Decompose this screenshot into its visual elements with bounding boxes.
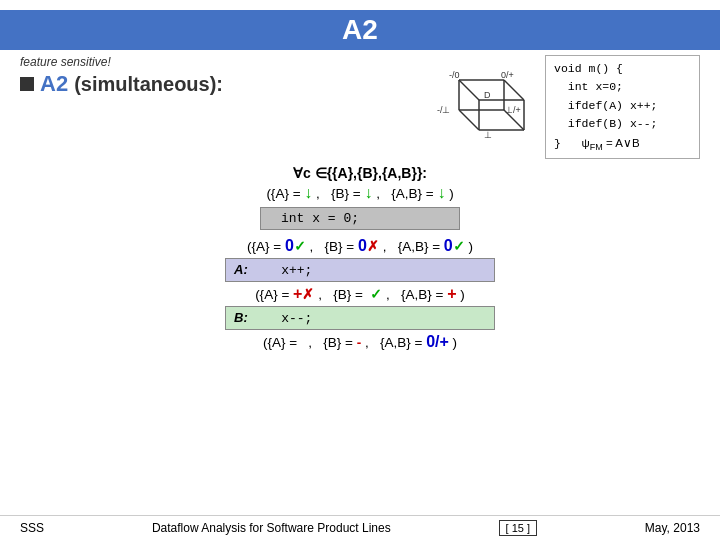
plus1: + (293, 285, 302, 302)
r2t1: ({A} = (247, 239, 285, 254)
gc3: ✓ (370, 287, 382, 302)
r2t3: , {A,B} = (383, 239, 444, 254)
code-line-2: int x=0; (554, 78, 691, 96)
row3: ({A} = +✗ , {B} = ✓ , {A,B} = + ) (20, 285, 700, 303)
forall-line: ∀c ∈{{A},{B},{A,B}}: (20, 165, 700, 181)
r4t1: ({A} = , {B} = (263, 335, 357, 350)
svg-text:D: D (484, 90, 491, 100)
svg-line-11 (459, 80, 479, 100)
a-code-block: A: x++; (225, 258, 495, 282)
a-block-row: A: x++; (20, 258, 700, 282)
main-content: ∀c ∈{{A},{B},{A,B}}: ({A} = ↓ , {B} = ↓ … (20, 165, 700, 351)
a-label: A: (234, 262, 248, 277)
rc2: ✗ (302, 287, 314, 302)
svg-text:⊥/+: ⊥/+ (505, 105, 521, 115)
r2t2: , {B} = (310, 239, 358, 254)
blue-a2-label: A2 (40, 71, 68, 97)
code-box: void m() { int x=0; ifdef(A) x++; ifdef(… (545, 55, 700, 159)
title-text: A2 (342, 14, 378, 45)
row4: ({A} = , {B} = - , {A,B} = 0/+ ) (20, 333, 700, 351)
svg-text:0/+: 0/+ (501, 70, 514, 80)
row1-text: ({A} = (266, 186, 304, 201)
code-line-5: } ψFM = A∨B (554, 134, 691, 155)
svg-text:-/⊥: -/⊥ (437, 105, 451, 115)
b-code-block: B: x--; (225, 306, 495, 330)
bottom-bar: SSS Dataflow Analysis for Software Produ… (0, 515, 720, 540)
r4t3: ) (449, 335, 457, 350)
bottom-center-text: Dataflow Analysis for Software Product L… (152, 521, 391, 535)
sets-label: {{A},{B},{A,B}}: (327, 165, 427, 181)
r1t4: ) (445, 186, 453, 201)
code-line-3: ifdef(A) x++; (554, 97, 691, 115)
r3t3: , {A,B} = (386, 287, 447, 302)
r3t1: ({A} = (255, 287, 293, 302)
b-label: B: (234, 310, 248, 325)
code-line-4: ifdef(B) x--; (554, 115, 691, 133)
a2-heading: A2 (simultaneous): (20, 71, 429, 97)
gc2: ✓ (453, 239, 465, 254)
int-block-container: int x = 0; (260, 205, 460, 232)
rc1: ✗ (367, 239, 379, 254)
val-0plus: 0/+ (426, 333, 449, 350)
svg-text:-/0: -/0 (449, 70, 460, 80)
row2: ({A} = 0✓ , {B} = 0✗ , {A,B} = 0✓ ) (20, 237, 700, 255)
int-code-block: int x = 0; (260, 207, 460, 230)
val-0-1: 0 (285, 237, 294, 254)
svg-line-8 (459, 110, 479, 130)
xpp-code: x++; (266, 263, 313, 278)
r4t2: , {A,B} = (365, 335, 426, 350)
r1t2: , {B} = (312, 186, 364, 201)
row1: ({A} = ↓ , {B} = ↓ , {A,B} = ↓ ) (20, 185, 700, 201)
subtitle: feature sensitive! (20, 55, 429, 69)
slide: A2 feature sensitive! A2 (simultaneous): (0, 0, 720, 540)
svg-line-10 (504, 80, 524, 100)
code-line-1: void m() { (554, 60, 691, 78)
simultaneous-label: (simultaneous): (74, 73, 223, 96)
black-square-icon (20, 77, 34, 91)
cube-diagram: -/0 0/+ D ⊥ -/⊥ ⊥/+ (429, 55, 539, 145)
val-0-3: 0 (444, 237, 453, 254)
forall-symbol: ∀c ∈ (293, 165, 327, 181)
r3t2: , {B} = (318, 287, 366, 302)
title-bar: A2 (0, 10, 720, 50)
r3t4: ) (457, 287, 465, 302)
minus1: - (357, 335, 365, 350)
r1t3: , {A,B} = (372, 186, 437, 201)
gc1: ✓ (294, 239, 306, 254)
int-code-text: int x = 0; (281, 211, 359, 226)
svg-text:⊥: ⊥ (484, 130, 492, 140)
bottom-right-text: May, 2013 (645, 521, 700, 535)
val-0-2: 0 (358, 237, 367, 254)
r2t4: ) (469, 239, 474, 254)
page-number: [ 15 ] (499, 520, 537, 536)
cube-svg: -/0 0/+ D ⊥ -/⊥ ⊥/+ (429, 55, 539, 145)
plus2: + (447, 285, 456, 302)
bottom-left-text: SSS (20, 521, 44, 535)
xmm-code: x--; (266, 311, 313, 326)
b-block-row: B: x--; (20, 306, 700, 330)
